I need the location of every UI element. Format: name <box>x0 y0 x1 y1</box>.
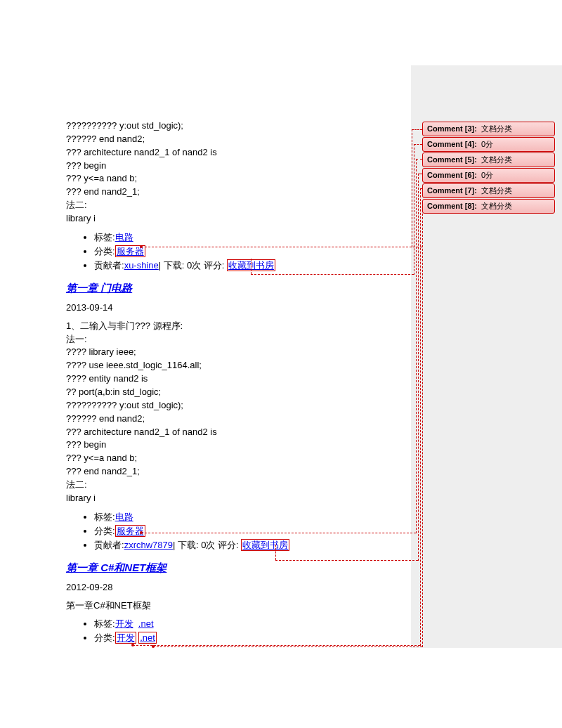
comment-connector <box>275 560 418 561</box>
comment-connector <box>416 159 422 160</box>
list-item: 分类:服务器 <box>94 525 417 538</box>
comment-connector <box>141 533 416 533</box>
code-line: ?????????? y:out std_logic); <box>66 399 417 412</box>
category-label: 分类: <box>94 526 115 536</box>
comment-label: Comment [7]: <box>427 186 477 195</box>
contributor-link[interactable]: zxrchw7879 <box>124 540 173 550</box>
download-info: | 下载: 0次 评分: <box>159 260 225 271</box>
contributor-link[interactable]: xu-shine <box>124 260 159 271</box>
code-line: ??? architecture nand2_1 of nand2 is <box>66 146 417 160</box>
tag-link[interactable]: .net <box>138 618 154 629</box>
comment-anchor-dot <box>152 645 155 648</box>
code-line: ?? port(a,b:in std_logic; <box>66 386 417 399</box>
list-item: 标签:开发 .net <box>94 618 417 630</box>
code-line: ???? use ieee.std_logic_1164.all; <box>66 359 417 372</box>
chapter-heading[interactable]: 第一章 C#和NET框架 <box>66 561 417 575</box>
tag-link[interactable]: 开发 <box>115 618 133 629</box>
code-line: library i <box>66 212 417 226</box>
comment-connector <box>418 174 419 561</box>
date-text: 2012-09-28 <box>66 582 417 592</box>
comment-anchor-dot <box>131 644 134 646</box>
tag-label: 标签: <box>94 618 115 629</box>
category-link[interactable]: 开发 <box>115 632 136 644</box>
code-line: ??? begin <box>66 160 417 173</box>
comment-anchor-dot <box>140 531 143 534</box>
comment-label: Comment [5]: <box>427 155 477 164</box>
code-line: 法一: <box>66 333 417 346</box>
comment-connector <box>251 274 414 275</box>
code-line: ??? y<=a nand b; <box>66 172 417 186</box>
comment-connector <box>422 203 423 647</box>
comment-connector <box>251 259 251 274</box>
comment-text: 0分 <box>481 140 493 148</box>
list-item: 分类:开发 .net <box>94 632 417 644</box>
comment-connector <box>141 247 422 247</box>
meta-list: 标签:电路 分类:服务器 贡献者:xu-shine| 下载: 0次 评分: 收藏… <box>66 231 417 272</box>
code-line: ??? end nand2_1; <box>66 465 417 479</box>
category-link[interactable]: .net <box>138 632 157 644</box>
date-text: 2013-09-14 <box>66 302 417 313</box>
code-line: ?????? end nand2; <box>66 412 417 426</box>
intro-text: 1、二输入与非门??? 源程序: <box>66 320 417 333</box>
category-label: 分类: <box>94 246 115 256</box>
comment-text: 文档分类 <box>481 155 512 164</box>
comment-label: Comment [6]: <box>427 171 477 179</box>
category-label: 分类: <box>94 632 115 643</box>
comment-connector <box>414 144 414 275</box>
contributor-label: 贡献者: <box>94 540 124 550</box>
code-line: 法二: <box>66 479 417 492</box>
comment-label: Comment [4]: <box>427 140 477 148</box>
document-page: ?????????? y:out std_logic); ?????? end … <box>0 0 562 728</box>
comment-bubble[interactable]: Comment [8]: 文档分类 <box>422 199 555 214</box>
contributor-label: 贡献者: <box>94 260 124 271</box>
comment-connector <box>412 129 412 247</box>
list-item: 贡献者:xu-shine| 下载: 0次 评分: 收藏到书房 <box>94 259 417 272</box>
comment-bubble[interactable]: Comment [4]: 0分 <box>422 137 555 152</box>
download-info: | 下载: 0次 评分: <box>173 540 239 550</box>
tag-link[interactable]: 电路 <box>115 232 133 242</box>
comment-anchor-dot <box>140 245 143 248</box>
code-line: library i <box>66 492 417 505</box>
comment-connector <box>414 144 422 145</box>
comment-bubble[interactable]: Comment [6]: 0分 <box>422 168 555 183</box>
comment-label: Comment [3]: <box>427 124 477 133</box>
comment-text: 文档分类 <box>481 124 512 133</box>
comment-connector <box>153 646 422 647</box>
chapter-heading[interactable]: 第一章 门电路 <box>66 282 417 295</box>
list-item: 标签:电路 <box>94 231 417 244</box>
comment-connector <box>275 545 276 560</box>
comment-connector <box>420 188 422 189</box>
tag-label: 标签: <box>94 232 115 242</box>
comment-bubble[interactable]: Comment [5]: 文档分类 <box>422 152 555 167</box>
comment-label: Comment [8]: <box>427 202 477 210</box>
comment-text: 文档分类 <box>481 202 512 210</box>
comment-connector <box>133 645 420 646</box>
comment-text: 文档分类 <box>481 186 512 195</box>
main-content: ?????????? y:out std_logic); ?????? end … <box>66 119 417 650</box>
code-line: ?????????? y:out std_logic); <box>66 119 417 133</box>
list-item: 标签:电路 <box>94 511 417 524</box>
code-line: ?????? end nand2; <box>66 133 417 146</box>
code-line: ??? architecture nand2_1 of nand2 is <box>66 426 417 439</box>
comment-connector <box>412 129 422 130</box>
comment-text: 0分 <box>481 171 493 179</box>
code-line: 法二: <box>66 199 417 212</box>
favorite-link[interactable]: 收藏到书房 <box>241 539 289 551</box>
code-line: ??? end nand2_1; <box>66 186 417 199</box>
tag-link[interactable]: 电路 <box>115 512 133 522</box>
comment-connector <box>420 188 421 646</box>
comment-bubble[interactable]: Comment [7]: 文档分类 <box>422 183 555 198</box>
code-line: ???? library ieee; <box>66 346 417 359</box>
code-line: ???? entity nand2 is <box>66 372 417 386</box>
comment-connector <box>418 174 422 174</box>
meta-list: 标签:开发 .net 分类:开发 .net <box>66 618 417 644</box>
code-line: ??? begin <box>66 438 417 452</box>
meta-list: 标签:电路 分类:服务器 贡献者:zxrchw7879| 下载: 0次 评分: … <box>66 511 417 552</box>
comment-connector <box>416 159 417 533</box>
list-item: 贡献者:zxrchw7879| 下载: 0次 评分: 收藏到书房 <box>94 539 417 552</box>
comment-panel: Comment [3]: 文档分类 Comment [4]: 0分 Commen… <box>422 122 555 214</box>
intro-text: 第一章C#和NET框架 <box>66 599 417 613</box>
tag-label: 标签: <box>94 512 115 522</box>
comment-bubble[interactable]: Comment [3]: 文档分类 <box>422 122 555 136</box>
code-line: ??? y<=a nand b; <box>66 452 417 465</box>
